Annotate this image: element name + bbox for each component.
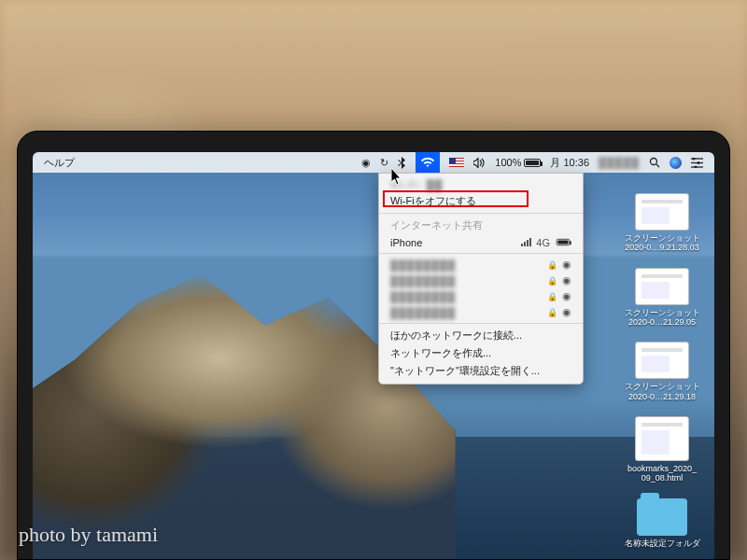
html-file-icon xyxy=(635,416,689,461)
internet-sharing-header: インターネット共有 xyxy=(379,217,583,234)
photo-watermark: photo by tamami xyxy=(19,523,158,547)
wifi-signal-icon: ◉ xyxy=(562,259,571,271)
battery-percent: 100% xyxy=(495,157,521,168)
personal-hotspot-iphone[interactable]: iPhone 4G xyxy=(379,234,583,250)
spotlight-icon[interactable] xyxy=(649,157,660,168)
desktop-icon-column: スクリーンショット2020-0…9.21.28.03 スクリーンショット2020… xyxy=(619,193,705,548)
sync-icon[interactable]: ↻ xyxy=(380,157,388,169)
desktop-folder[interactable]: 名称未設定フォルダ xyxy=(619,498,705,548)
wifi-signal-icon: ◉ xyxy=(562,306,571,318)
create-network[interactable]: ネットワークを作成... xyxy=(379,344,583,362)
menu-help[interactable]: ヘルプ xyxy=(44,156,75,170)
folder-icon xyxy=(637,498,687,536)
creative-cloud-icon[interactable]: ◉ xyxy=(361,157,371,169)
battery-status[interactable]: 100% xyxy=(495,157,541,168)
lock-icon: 🔒 xyxy=(547,276,557,286)
cell-network-label: 4G xyxy=(536,237,550,248)
wifi-signal-icon: ◉ xyxy=(562,290,571,302)
lock-icon: 🔒 xyxy=(547,292,557,301)
screen: ヘルプ ◉ ↻ 100% 月 10:36 xyxy=(33,152,714,559)
desktop-file[interactable]: スクリーンショット2020-0…21.29.05 xyxy=(619,268,705,328)
screenshot-thumb-icon xyxy=(635,268,689,305)
wifi-network-item[interactable]: ████████ 🔒◉ xyxy=(379,257,583,273)
battery-icon xyxy=(524,159,541,167)
wifi-turn-off[interactable]: Wi-Fiをオフにする xyxy=(379,192,583,210)
svg-point-0 xyxy=(651,159,657,165)
lock-icon: 🔒 xyxy=(547,260,557,270)
user-name-blurred[interactable]: █████ xyxy=(599,157,640,168)
wifi-network-item[interactable]: ████████ 🔒◉ xyxy=(379,273,583,288)
svg-point-5 xyxy=(693,158,696,161)
laptop-frame: ヘルプ ◉ ↻ 100% 月 10:36 xyxy=(17,131,730,560)
open-network-preferences[interactable]: "ネットワーク"環境設定を開く... xyxy=(379,362,583,380)
wifi-dropdown-menu: Wi-Fi: ██ Wi-Fiをオフにする インターネット共有 iPhone 4… xyxy=(378,173,584,385)
desktop-file[interactable]: スクリーンショット2020-0…21.29.18 xyxy=(619,342,705,401)
bluetooth-icon[interactable] xyxy=(398,157,406,169)
desktop-wallpaper xyxy=(33,152,714,559)
wifi-network-item[interactable]: ████████ 🔒◉ xyxy=(379,304,583,320)
volume-icon[interactable] xyxy=(473,158,486,168)
notification-center-icon[interactable] xyxy=(691,158,703,168)
svg-line-1 xyxy=(656,164,659,167)
svg-point-6 xyxy=(698,161,700,164)
siri-icon[interactable] xyxy=(669,157,682,169)
wifi-signal-icon: ◉ xyxy=(562,274,571,287)
svg-point-7 xyxy=(695,165,698,168)
desktop-file[interactable]: bookmarks_2020_09_08.html xyxy=(619,416,705,483)
connect-other-network[interactable]: ほかのネットワークに接続... xyxy=(379,327,583,344)
lock-icon: 🔒 xyxy=(547,308,557,317)
cell-signal-icon xyxy=(521,238,531,246)
wifi-status-row: Wi-Fi: ██ xyxy=(379,176,583,192)
wifi-menu-icon[interactable] xyxy=(416,152,440,173)
screenshot-thumb-icon xyxy=(635,342,689,379)
hotspot-battery-icon xyxy=(557,239,570,245)
wifi-network-item[interactable]: ████████ 🔒◉ xyxy=(379,288,583,304)
screenshot-thumb-icon xyxy=(635,193,689,231)
desktop-file[interactable]: スクリーンショット2020-0…9.21.28.03 xyxy=(619,193,705,253)
input-source-flag-icon[interactable] xyxy=(449,158,464,167)
menubar: ヘルプ ◉ ↻ 100% 月 10:36 xyxy=(33,152,714,173)
clock[interactable]: 月 10:36 xyxy=(550,156,589,170)
